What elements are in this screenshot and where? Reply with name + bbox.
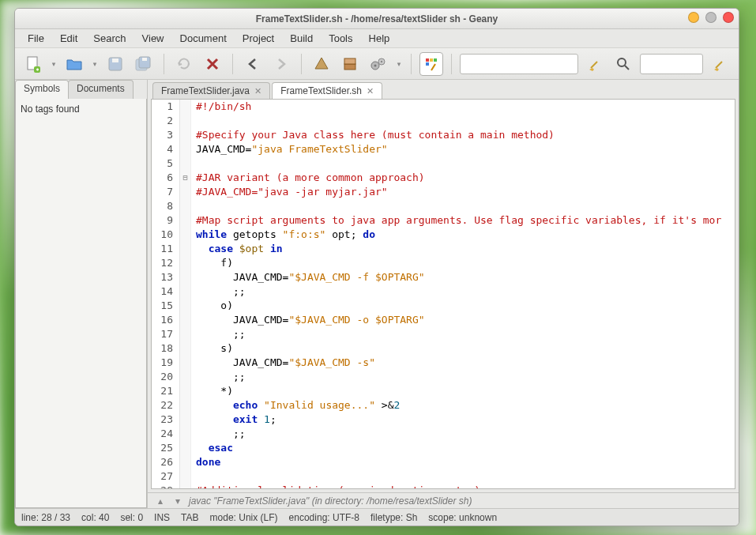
nav-forward-button[interactable] xyxy=(269,52,293,76)
code-line[interactable]: 21 *) xyxy=(152,384,735,398)
code-text[interactable]: #JAR variant (a more common approach) xyxy=(191,171,425,185)
code-line[interactable]: 4JAVA_CMD="java FrameTextSlider" xyxy=(152,142,735,156)
code-text[interactable]: JAVA_CMD="$JAVA_CMD -o $OPTARG" xyxy=(191,313,425,327)
menu-search[interactable]: Search xyxy=(87,30,132,47)
code-text[interactable]: case $opt in xyxy=(191,242,283,256)
status-ins[interactable]: INS xyxy=(154,512,170,523)
compiler-next-button[interactable]: ▾ xyxy=(171,495,184,507)
code-line[interactable]: 16 JAVA_CMD="$JAVA_CMD -o $OPTARG" xyxy=(152,313,735,327)
search-input[interactable] xyxy=(640,54,703,74)
new-file-button[interactable] xyxy=(21,52,45,76)
code-text[interactable]: ;; xyxy=(191,284,246,299)
status-tab[interactable]: TAB xyxy=(181,512,198,523)
revert-button[interactable] xyxy=(172,52,196,76)
menu-project[interactable]: Project xyxy=(236,30,280,47)
menu-help[interactable]: Help xyxy=(363,30,397,47)
menu-tools[interactable]: Tools xyxy=(322,30,359,47)
execute-dropdown[interactable]: ▾ xyxy=(395,60,403,68)
code-text[interactable]: ;; xyxy=(191,370,246,384)
code-text[interactable]: done xyxy=(191,455,220,469)
code-line[interactable]: 27 xyxy=(152,469,735,484)
code-text[interactable]: JAVA_CMD="java FrameTextSlider" xyxy=(191,142,388,156)
code-line[interactable]: 18 s) xyxy=(152,341,735,356)
open-file-button[interactable] xyxy=(62,52,86,76)
code-line[interactable]: 17 ;; xyxy=(152,327,735,341)
code-line[interactable]: 1#!/bin/sh xyxy=(152,100,735,114)
code-text[interactable]: JAVA_CMD="$JAVA_CMD -f $OPTARG" xyxy=(191,270,425,284)
code-line[interactable]: 8 xyxy=(152,199,735,213)
search-button[interactable] xyxy=(611,52,635,76)
sidebar-tab-symbols[interactable]: Symbols xyxy=(15,80,69,99)
code-text[interactable]: esac xyxy=(191,441,233,455)
code-text[interactable]: ;; xyxy=(191,427,246,441)
code-text[interactable]: *) xyxy=(191,384,233,398)
code-text[interactable]: s) xyxy=(191,341,233,356)
menu-build[interactable]: Build xyxy=(284,30,319,47)
code-text[interactable]: #Map script arguments to java app argume… xyxy=(191,213,721,228)
code-text[interactable] xyxy=(191,469,202,484)
close-tab-icon[interactable]: ✕ xyxy=(367,86,374,96)
code-line[interactable]: 19 JAVA_CMD="$JAVA_CMD -s" xyxy=(152,356,735,370)
code-line[interactable]: 15 o) xyxy=(152,299,735,313)
code-line[interactable]: 24 ;; xyxy=(152,427,735,441)
code-line[interactable]: 23 exit 1; xyxy=(152,413,735,427)
save-button[interactable] xyxy=(103,52,127,76)
code-text[interactable]: ;; xyxy=(191,327,246,341)
menu-edit[interactable]: Edit xyxy=(54,30,84,47)
status-encoding[interactable]: encoding: UTF-8 xyxy=(289,512,359,523)
code-line[interactable]: 22 echo "Invalid usage..." >&2 xyxy=(152,398,735,413)
code-line[interactable]: 6⊟#JAR variant (a more common approach) xyxy=(152,171,735,185)
code-text[interactable]: JAVA_CMD="$JAVA_CMD -s" xyxy=(191,356,375,370)
titlebar[interactable]: FrameTextSlider.sh - /home/resa/textSlid… xyxy=(15,9,739,29)
code-line[interactable]: 2 xyxy=(152,114,735,128)
code-line[interactable]: 26done xyxy=(152,455,735,469)
compiler-prev-button[interactable]: ▴ xyxy=(154,495,167,507)
code-line[interactable]: 3#Specify your Java class here (must con… xyxy=(152,128,735,142)
color-chooser-button[interactable] xyxy=(419,52,443,76)
code-text[interactable] xyxy=(191,114,202,128)
menu-document[interactable]: Document xyxy=(174,30,233,47)
save-all-button[interactable] xyxy=(132,52,156,76)
new-file-dropdown[interactable]: ▾ xyxy=(50,60,58,68)
menu-file[interactable]: File xyxy=(21,30,51,47)
maximize-button[interactable] xyxy=(705,12,717,23)
code-text[interactable]: exit 1; xyxy=(191,413,276,427)
nav-back-button[interactable] xyxy=(241,52,265,76)
menu-view[interactable]: View xyxy=(136,30,171,47)
code-line[interactable]: 12 f) xyxy=(152,256,735,270)
code-text[interactable] xyxy=(191,199,202,213)
code-text[interactable]: #Additional validation (required options… xyxy=(191,484,480,489)
code-line[interactable]: 20 ;; xyxy=(152,370,735,384)
code-text[interactable]: #JAVA_CMD="java -jar myjar.jar" xyxy=(191,185,388,199)
code-text[interactable]: while getopts "f:o:s" opt; do xyxy=(191,228,375,242)
code-line[interactable]: 25 esac xyxy=(152,441,735,455)
execute-button[interactable] xyxy=(367,52,390,76)
code-text[interactable] xyxy=(191,156,202,171)
code-line[interactable]: 13 JAVA_CMD="$JAVA_CMD -f $OPTARG" xyxy=(152,270,735,284)
status-filetype[interactable]: filetype: Sh xyxy=(370,512,417,523)
code-line[interactable]: 11 case $opt in xyxy=(152,242,735,256)
open-file-dropdown[interactable]: ▾ xyxy=(91,60,99,68)
compile-button[interactable] xyxy=(310,52,333,76)
minimize-button[interactable] xyxy=(688,12,699,23)
code-text[interactable]: o) xyxy=(191,299,233,313)
code-text[interactable]: #Specify your Java class here (must cont… xyxy=(191,128,555,142)
fold-marker[interactable]: ⊟ xyxy=(180,484,191,489)
code-line[interactable]: 7#JAVA_CMD="java -jar myjar.jar" xyxy=(152,185,735,199)
sidebar-tab-documents[interactable]: Documents xyxy=(68,80,134,99)
goto-clear-button[interactable] xyxy=(583,52,607,76)
file-tab-sh[interactable]: FrameTextSlider.sh ✕ xyxy=(272,82,382,99)
close-tab-icon[interactable]: ✕ xyxy=(254,86,261,96)
code-text[interactable]: #!/bin/sh xyxy=(191,100,251,114)
goto-line-input[interactable] xyxy=(460,54,578,74)
fold-marker[interactable]: ⊟ xyxy=(180,171,191,185)
code-line[interactable]: 9#Map script arguments to java app argum… xyxy=(152,213,735,228)
close-button[interactable] xyxy=(723,12,734,23)
search-clear-button[interactable] xyxy=(708,52,732,76)
code-editor[interactable]: 1#!/bin/sh2 3#Specify your Java class he… xyxy=(151,99,735,489)
status-mode[interactable]: mode: Unix (LF) xyxy=(210,512,278,523)
build-button[interactable] xyxy=(338,52,362,76)
file-tab-java[interactable]: FrameTextSlider.java ✕ xyxy=(152,82,270,99)
code-text[interactable]: echo "Invalid usage..." >&2 xyxy=(191,398,400,413)
code-line[interactable]: 28⊟#Additional validation (required opti… xyxy=(152,484,735,489)
